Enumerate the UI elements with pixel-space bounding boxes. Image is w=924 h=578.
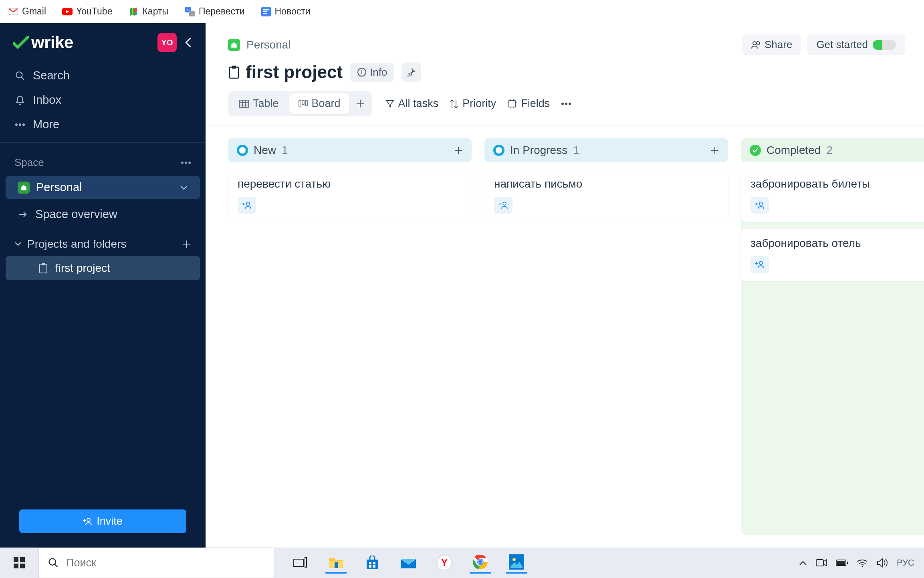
add-card-button[interactable]: [454, 146, 463, 155]
space-personal[interactable]: Personal: [6, 176, 200, 199]
nav-search[interactable]: Search: [0, 63, 206, 88]
svg-rect-16: [40, 264, 47, 273]
svg-rect-22: [232, 66, 236, 69]
bookmark-gmail[interactable]: Gmail: [8, 6, 46, 17]
taskbar-search[interactable]: [38, 548, 275, 578]
svg-point-55: [478, 560, 482, 564]
get-started-button[interactable]: Get started: [807, 34, 905, 55]
pin-button[interactable]: [401, 63, 421, 82]
add-user-icon: [242, 201, 252, 210]
svg-point-30: [565, 103, 567, 105]
svg-rect-46: [369, 562, 371, 564]
projects-header[interactable]: Projects and folders: [0, 226, 206, 256]
battery-icon: [836, 559, 848, 566]
bookmark-translate[interactable]: G Перевести: [185, 6, 245, 17]
table-icon: [239, 100, 249, 108]
view-label: Board: [312, 97, 341, 110]
taskbar-search-input[interactable]: [66, 557, 266, 569]
space-header: Space: [0, 143, 206, 176]
task-card[interactable]: забронировать билеты: [741, 170, 924, 222]
start-button[interactable]: [0, 548, 38, 578]
task-card[interactable]: забронировать отель: [741, 229, 924, 281]
home-icon: [228, 39, 240, 51]
tray-wifi[interactable]: [857, 558, 868, 567]
taskbar-photos[interactable]: [506, 552, 527, 574]
svg-point-35: [759, 261, 763, 265]
tray-language[interactable]: РУС: [897, 558, 914, 568]
add-project-button[interactable]: [182, 240, 191, 249]
bookmark-news[interactable]: Новости: [261, 6, 311, 17]
taskbar-mail[interactable]: [397, 552, 419, 574]
bookmark-maps[interactable]: Карты: [128, 6, 169, 17]
assign-button[interactable]: [750, 197, 769, 214]
sort-priority[interactable]: Priority: [450, 97, 496, 110]
column-header-completed[interactable]: Completed 2: [741, 138, 924, 162]
column-body: забронировать билеты забронировать отель: [741, 170, 924, 535]
filter-all-tasks[interactable]: All tasks: [385, 97, 439, 110]
tray-meet-now[interactable]: [816, 558, 827, 567]
task-view-button[interactable]: [289, 552, 311, 574]
nav-more[interactable]: More: [0, 112, 206, 137]
tray-volume[interactable]: [877, 558, 888, 568]
assign-button[interactable]: [494, 197, 512, 214]
breadcrumb[interactable]: Personal: [246, 38, 291, 51]
svg-point-33: [503, 202, 506, 205]
assign-button[interactable]: [750, 256, 769, 273]
assign-button[interactable]: [238, 197, 256, 214]
taskbar-yandex[interactable]: Y: [434, 552, 455, 574]
bell-icon: [14, 95, 26, 106]
svg-point-15: [188, 162, 191, 164]
card-title: написать письмо: [494, 178, 718, 190]
taskbar-store[interactable]: [361, 552, 383, 574]
svg-rect-38: [14, 564, 18, 568]
taskbar-explorer[interactable]: [325, 552, 347, 574]
nav-label: More: [33, 118, 59, 131]
nav-section: Search Inbox More: [0, 63, 206, 143]
nav-inbox[interactable]: Inbox: [0, 88, 206, 112]
title-text[interactable]: first project: [246, 62, 343, 82]
board: New 1 перевести статью: [206, 125, 924, 548]
project-first-project[interactable]: first project: [6, 256, 200, 280]
user-area: YO: [157, 33, 194, 52]
view-table[interactable]: Table: [230, 93, 288, 114]
more-toolbar-button[interactable]: [561, 102, 571, 105]
view-board[interactable]: Board: [289, 93, 349, 114]
info-button[interactable]: Info: [350, 63, 394, 82]
svg-rect-45: [367, 560, 378, 569]
progress-indicator: [873, 40, 896, 50]
add-card-button[interactable]: [710, 146, 719, 155]
get-started-label: Get started: [816, 38, 868, 51]
add-view-button[interactable]: [351, 95, 369, 113]
app-container: wrike YO Search Inbox: [0, 23, 924, 548]
clipboard-icon: [228, 65, 240, 79]
space-menu-button[interactable]: [181, 161, 191, 164]
sidebar: wrike YO Search Inbox: [0, 23, 206, 548]
svg-rect-27: [305, 101, 307, 106]
share-icon: [751, 40, 761, 49]
fields-button[interactable]: Fields: [507, 97, 550, 110]
invite-button[interactable]: Invite: [19, 509, 186, 533]
share-button[interactable]: Share: [742, 34, 801, 55]
collapse-sidebar-button[interactable]: [182, 36, 194, 49]
share-label: Share: [765, 38, 792, 51]
svg-rect-36: [14, 557, 18, 562]
store-icon: [365, 556, 379, 570]
column-in-progress: In Progress 1 написать письмо: [484, 138, 728, 535]
taskbar-chrome[interactable]: [470, 552, 491, 574]
task-card[interactable]: написать письмо: [484, 170, 728, 222]
space-overview[interactable]: Space overview: [6, 203, 200, 226]
task-card[interactable]: перевести статью: [228, 170, 472, 222]
tray-expand[interactable]: [799, 560, 807, 566]
column-header-new[interactable]: New 1: [228, 138, 472, 162]
wrike-logo[interactable]: wrike: [13, 33, 73, 52]
svg-rect-60: [847, 562, 848, 564]
tray-battery[interactable]: [836, 559, 848, 566]
bookmark-youtube[interactable]: YouTube: [62, 6, 112, 17]
toolbar: Table Board All tasks: [206, 91, 924, 125]
chevron-left-icon: [185, 37, 192, 48]
dots-icon: [561, 102, 571, 105]
user-avatar[interactable]: YO: [157, 33, 177, 52]
arrow-right-icon: [18, 209, 29, 220]
column-header-progress[interactable]: In Progress 1: [484, 138, 728, 162]
add-user-icon: [498, 201, 508, 210]
